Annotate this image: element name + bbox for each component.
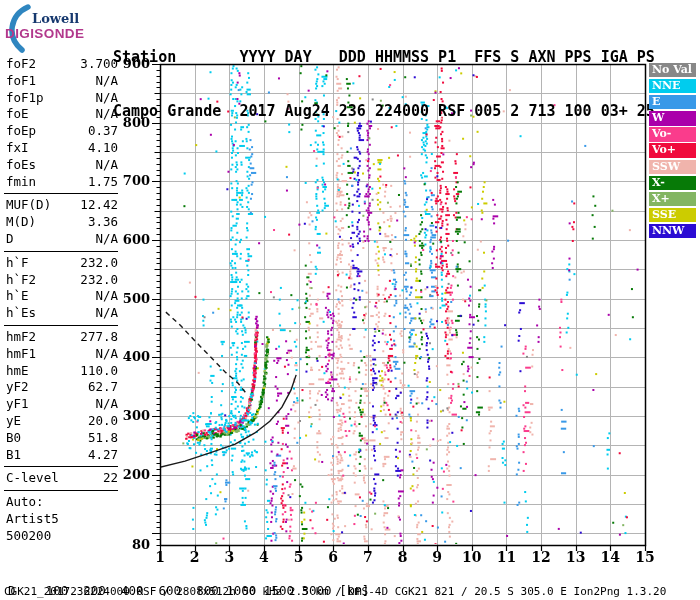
param-row: Auto:: [6, 494, 118, 511]
param-row: B14.27: [6, 447, 118, 464]
group-divider: [4, 466, 118, 467]
file-info-line: CGK21_2017236224000.RSF / 280fx512h 50 k…: [4, 585, 666, 598]
param-value: 277.8: [80, 329, 118, 346]
param-row: 500200: [6, 528, 118, 545]
param-name: foE: [6, 106, 29, 123]
param-name: MUF(D): [6, 197, 51, 214]
param-value: 51.8: [88, 430, 118, 447]
y-axis-label: 200: [104, 467, 150, 482]
param-row: foEsN/A: [6, 157, 118, 174]
x-axis-label: 9: [424, 549, 450, 565]
param-name: C-level: [6, 470, 59, 487]
legend-item: No Val: [649, 63, 696, 77]
y-axis-label: 600: [104, 232, 150, 247]
param-row: Artist5: [6, 511, 118, 528]
param-name: h`Es: [6, 305, 36, 322]
x-axis-label: 11: [493, 549, 519, 565]
param-name: hmF2: [6, 329, 36, 346]
param-row: B051.8: [6, 430, 118, 447]
group-divider: [4, 490, 118, 491]
param-name: M(D): [6, 214, 36, 231]
param-name: 500200: [6, 528, 51, 545]
param-name: foF2: [6, 56, 36, 73]
param-row: hmF1N/A: [6, 346, 118, 363]
param-name: foEp: [6, 123, 36, 140]
param-value: 232.0: [80, 272, 118, 289]
legend-item: E: [649, 95, 696, 109]
param-name: hmE: [6, 363, 29, 380]
param-name: B0: [6, 430, 21, 447]
y-axis-label: 900: [104, 56, 150, 71]
header-labels-line: Station YYYY DAY DDD HHMMSS P1 FFS S AXN…: [113, 48, 655, 66]
legend-item: SSE: [649, 208, 696, 222]
legend-item: X+: [649, 192, 696, 206]
param-name: foF1p: [6, 90, 44, 107]
param-value: 110.0: [80, 363, 118, 380]
param-row: foF1pN/A: [6, 90, 118, 107]
legend-item: NNE: [649, 79, 696, 93]
param-row: MUF(D)12.42: [6, 197, 118, 214]
param-row: h`EN/A: [6, 288, 118, 305]
y-axis-label: 80: [104, 537, 150, 552]
y-axis-label: 700: [104, 173, 150, 188]
param-row: M(D)3.36: [6, 214, 118, 231]
param-row: h`EsN/A: [6, 305, 118, 322]
param-row: hmE110.0: [6, 363, 118, 380]
y-axis-label: 500: [104, 291, 150, 306]
x-axis-label: 13: [563, 549, 589, 565]
param-row: fxI4.10: [6, 140, 118, 157]
param-row: foEN/A: [6, 106, 118, 123]
param-value: 4.27: [88, 447, 118, 464]
param-name: foEs: [6, 157, 36, 174]
param-name: yF2: [6, 379, 29, 396]
param-row: h`F2232.0: [6, 272, 118, 289]
param-value: N/A: [95, 157, 118, 174]
x-axis-label: 12: [528, 549, 554, 565]
param-name: h`E: [6, 288, 29, 305]
scaled-parameters-panel: foF23.700foF1N/AfoF1pN/AfoEN/AfoEp0.37fx…: [6, 56, 118, 545]
direction-color-legend: No ValNNEEWVo-Vo+SSWX-X+SSENNW: [649, 63, 696, 240]
param-name: fmin: [6, 174, 36, 191]
legend-item: X-: [649, 176, 696, 190]
param-name: Artist5: [6, 511, 59, 528]
param-row: fmin1.75: [6, 174, 118, 191]
param-value: 62.7: [88, 379, 118, 396]
param-name: D: [6, 231, 14, 248]
param-value: 12.42: [80, 197, 118, 214]
legend-item: Vo-: [649, 127, 696, 141]
param-row: foEp0.37: [6, 123, 118, 140]
param-row: yE20.0: [6, 413, 118, 430]
param-value: N/A: [95, 90, 118, 107]
param-value: 4.10: [88, 140, 118, 157]
param-name: hmF1: [6, 346, 36, 363]
group-divider: [4, 251, 118, 252]
param-value: N/A: [95, 73, 118, 90]
param-name: Auto:: [6, 494, 44, 511]
param-name: h`F: [6, 255, 29, 272]
y-axis-label: 300: [104, 408, 150, 423]
param-name: fxI: [6, 140, 29, 157]
group-divider: [4, 193, 118, 194]
group-divider: [4, 325, 118, 326]
x-axis-label: 8: [390, 549, 416, 565]
x-axis-label: 14: [597, 549, 623, 565]
param-value: 3.36: [88, 214, 118, 231]
param-name: foF1: [6, 73, 36, 90]
legend-item: Vo+: [649, 143, 696, 157]
y-axis-label: 800: [104, 115, 150, 130]
param-row: h`F232.0: [6, 255, 118, 272]
x-axis-label: 10: [459, 549, 485, 565]
header-values-line: Campo Grande 2017 Aug24 236 224000 RSF 0…: [113, 102, 655, 120]
param-row: hmF2277.8: [6, 329, 118, 346]
legend-item: W: [649, 111, 696, 125]
legend-item: NNW: [649, 224, 696, 238]
param-row: foF1N/A: [6, 73, 118, 90]
logo-lowell-text: Lowell: [32, 11, 79, 26]
param-name: B1: [6, 447, 21, 464]
logo-digisonde-text: DIGISONDE: [5, 26, 84, 41]
param-row: yF1N/A: [6, 396, 118, 413]
y-axis-label: 400: [104, 349, 150, 364]
param-row: DN/A: [6, 231, 118, 248]
param-name: h`F2: [6, 272, 36, 289]
measurement-header: Station YYYY DAY DDD HHMMSS P1 FFS S AXN…: [113, 12, 655, 138]
